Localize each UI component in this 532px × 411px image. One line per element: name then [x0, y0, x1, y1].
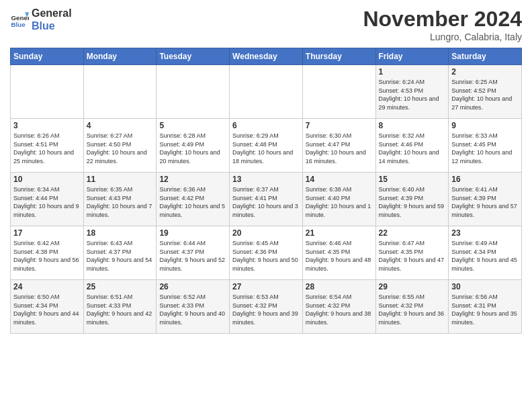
day-number: 25 [87, 282, 154, 291]
day-number: 22 [379, 228, 446, 238]
day-info: Sunrise: 6:26 AM Sunset: 4:51 PM Dayligh… [13, 132, 81, 165]
calendar-cell [11, 65, 84, 119]
day-info: Sunrise: 6:34 AM Sunset: 4:44 PM Dayligh… [13, 185, 81, 219]
day-info: Sunrise: 6:54 AM Sunset: 4:32 PM Dayligh… [306, 293, 373, 326]
calendar-cell: 16Sunrise: 6:41 AM Sunset: 4:39 PM Dayli… [449, 173, 522, 226]
calendar-cell: 15Sunrise: 6:40 AM Sunset: 4:39 PM Dayli… [375, 173, 449, 226]
month-title: November 2024 [363, 7, 522, 32]
calendar-cell: 10Sunrise: 6:34 AM Sunset: 4:44 PM Dayli… [11, 173, 84, 226]
col-sunday: Sunday [11, 48, 84, 65]
calendar-cell: 12Sunrise: 6:36 AM Sunset: 4:42 PM Dayli… [157, 173, 230, 226]
calendar-cell: 18Sunrise: 6:43 AM Sunset: 4:37 PM Dayli… [83, 226, 157, 280]
day-number: 4 [87, 121, 154, 130]
day-info: Sunrise: 6:43 AM Sunset: 4:37 PM Dayligh… [87, 239, 154, 273]
calendar-cell: 3Sunrise: 6:26 AM Sunset: 4:51 PM Daylig… [11, 119, 84, 173]
day-number: 18 [87, 228, 154, 238]
day-number: 12 [159, 175, 226, 184]
day-info: Sunrise: 6:52 AM Sunset: 4:33 PM Dayligh… [159, 293, 226, 326]
col-friday: Friday [375, 48, 449, 65]
day-number: 27 [232, 282, 300, 291]
calendar-cell: 23Sunrise: 6:49 AM Sunset: 4:34 PM Dayli… [449, 226, 522, 280]
calendar-cell: 14Sunrise: 6:38 AM Sunset: 4:40 PM Dayli… [302, 173, 375, 226]
col-monday: Monday [83, 48, 157, 65]
calendar-cell: 7Sunrise: 6:30 AM Sunset: 4:47 PM Daylig… [302, 119, 375, 173]
day-info: Sunrise: 6:38 AM Sunset: 4:40 PM Dayligh… [306, 185, 373, 219]
calendar-cell: 13Sunrise: 6:37 AM Sunset: 4:41 PM Dayli… [230, 173, 303, 226]
col-tuesday: Tuesday [157, 48, 230, 65]
calendar-cell: 11Sunrise: 6:35 AM Sunset: 4:43 PM Dayli… [83, 173, 157, 226]
calendar-cell: 22Sunrise: 6:47 AM Sunset: 4:35 PM Dayli… [375, 226, 449, 280]
day-number: 7 [306, 121, 373, 130]
day-number: 24 [13, 282, 81, 291]
day-number: 9 [451, 121, 519, 130]
day-info: Sunrise: 6:30 AM Sunset: 4:47 PM Dayligh… [306, 132, 373, 165]
day-number: 10 [13, 175, 81, 184]
day-info: Sunrise: 6:29 AM Sunset: 4:48 PM Dayligh… [232, 132, 300, 165]
calendar-cell: 26Sunrise: 6:52 AM Sunset: 4:33 PM Dayli… [157, 280, 230, 334]
day-info: Sunrise: 6:49 AM Sunset: 4:34 PM Dayligh… [451, 239, 519, 273]
day-info: Sunrise: 6:33 AM Sunset: 4:45 PM Dayligh… [451, 132, 519, 165]
day-number: 11 [87, 175, 154, 184]
title-block: November 2024 Lungro, Calabria, Italy [363, 7, 522, 42]
day-number: 15 [379, 175, 446, 184]
day-number: 1 [379, 67, 446, 77]
calendar-cell: 8Sunrise: 6:32 AM Sunset: 4:46 PM Daylig… [375, 119, 449, 173]
day-number: 30 [451, 282, 519, 291]
calendar-week-3: 10Sunrise: 6:34 AM Sunset: 4:44 PM Dayli… [11, 173, 522, 226]
calendar-cell: 4Sunrise: 6:27 AM Sunset: 4:50 PM Daylig… [83, 119, 157, 173]
calendar-cell [302, 65, 375, 119]
day-number: 23 [451, 228, 519, 238]
calendar-week-1: 1Sunrise: 6:24 AM Sunset: 4:53 PM Daylig… [11, 65, 522, 119]
day-number: 19 [159, 228, 226, 238]
calendar-cell: 27Sunrise: 6:53 AM Sunset: 4:32 PM Dayli… [230, 280, 303, 334]
day-number: 28 [306, 282, 373, 291]
day-info: Sunrise: 6:24 AM Sunset: 4:53 PM Dayligh… [379, 78, 446, 111]
day-info: Sunrise: 6:37 AM Sunset: 4:41 PM Dayligh… [232, 185, 300, 219]
day-info: Sunrise: 6:36 AM Sunset: 4:42 PM Dayligh… [159, 185, 226, 219]
day-number: 5 [159, 121, 226, 130]
calendar-cell: 17Sunrise: 6:42 AM Sunset: 4:38 PM Dayli… [11, 226, 84, 280]
calendar-cell: 21Sunrise: 6:46 AM Sunset: 4:35 PM Dayli… [302, 226, 375, 280]
calendar-cell: 29Sunrise: 6:55 AM Sunset: 4:32 PM Dayli… [375, 280, 449, 334]
day-info: Sunrise: 6:40 AM Sunset: 4:39 PM Dayligh… [379, 185, 446, 219]
calendar-cell [157, 65, 230, 119]
day-info: Sunrise: 6:42 AM Sunset: 4:38 PM Dayligh… [13, 239, 81, 273]
calendar-week-4: 17Sunrise: 6:42 AM Sunset: 4:38 PM Dayli… [11, 226, 522, 280]
calendar-cell: 5Sunrise: 6:28 AM Sunset: 4:49 PM Daylig… [157, 119, 230, 173]
day-info: Sunrise: 6:27 AM Sunset: 4:50 PM Dayligh… [87, 132, 154, 165]
logo-blue: Blue [32, 19, 72, 32]
calendar-table: Sunday Monday Tuesday Wednesday Thursday… [10, 48, 522, 334]
day-info: Sunrise: 6:28 AM Sunset: 4:49 PM Dayligh… [159, 132, 226, 165]
col-thursday: Thursday [302, 48, 375, 65]
day-info: Sunrise: 6:25 AM Sunset: 4:52 PM Dayligh… [451, 78, 519, 111]
location: Lungro, Calabria, Italy [363, 32, 522, 42]
calendar-cell: 20Sunrise: 6:45 AM Sunset: 4:36 PM Dayli… [230, 226, 303, 280]
page-header: General Blue General Blue November 2024 … [10, 7, 522, 42]
calendar-cell: 24Sunrise: 6:50 AM Sunset: 4:34 PM Dayli… [11, 280, 84, 334]
page-container: General Blue General Blue November 2024 … [0, 0, 532, 340]
day-info: Sunrise: 6:47 AM Sunset: 4:35 PM Dayligh… [379, 239, 446, 273]
calendar-cell: 30Sunrise: 6:56 AM Sunset: 4:31 PM Dayli… [449, 280, 522, 334]
day-info: Sunrise: 6:51 AM Sunset: 4:33 PM Dayligh… [87, 293, 154, 326]
day-number: 3 [13, 121, 81, 130]
col-wednesday: Wednesday [230, 48, 303, 65]
day-number: 17 [13, 228, 81, 238]
day-info: Sunrise: 6:32 AM Sunset: 4:46 PM Dayligh… [379, 132, 446, 165]
calendar-cell: 6Sunrise: 6:29 AM Sunset: 4:48 PM Daylig… [230, 119, 303, 173]
day-number: 13 [232, 175, 300, 184]
day-number: 14 [306, 175, 373, 184]
calendar-week-5: 24Sunrise: 6:50 AM Sunset: 4:34 PM Dayli… [11, 280, 522, 334]
calendar-week-2: 3Sunrise: 6:26 AM Sunset: 4:51 PM Daylig… [11, 119, 522, 173]
day-number: 26 [159, 282, 226, 291]
day-info: Sunrise: 6:50 AM Sunset: 4:34 PM Dayligh… [13, 293, 81, 326]
day-info: Sunrise: 6:44 AM Sunset: 4:37 PM Dayligh… [159, 239, 226, 273]
day-info: Sunrise: 6:41 AM Sunset: 4:39 PM Dayligh… [451, 185, 519, 219]
day-info: Sunrise: 6:46 AM Sunset: 4:35 PM Dayligh… [306, 239, 373, 273]
day-info: Sunrise: 6:56 AM Sunset: 4:31 PM Dayligh… [451, 293, 519, 326]
logo-icon: General Blue [10, 10, 29, 29]
day-number: 21 [306, 228, 373, 238]
calendar-cell: 9Sunrise: 6:33 AM Sunset: 4:45 PM Daylig… [449, 119, 522, 173]
logo: General Blue General Blue [10, 7, 72, 32]
day-number: 16 [451, 175, 519, 184]
col-saturday: Saturday [449, 48, 522, 65]
